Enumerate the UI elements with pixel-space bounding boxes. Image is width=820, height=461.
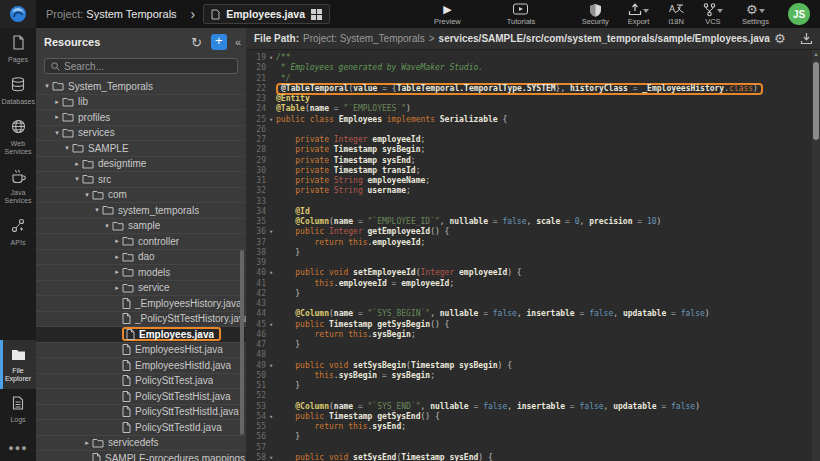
fold-arrow[interactable]: ▾ xyxy=(266,53,276,63)
tree-item-servicedefs[interactable]: ▸servicedefs xyxy=(36,436,246,452)
chevron-collapsed-icon[interactable]: ▸ xyxy=(52,113,62,121)
chevron-collapsed-icon[interactable]: ▸ xyxy=(82,439,92,447)
search-input[interactable]: Search... xyxy=(44,58,238,74)
chevron-expanded-icon[interactable]: ▾ xyxy=(62,144,72,152)
fold-arrow[interactable]: ▾ xyxy=(266,453,276,461)
grid-icon[interactable] xyxy=(311,9,322,20)
tree-item-sample-procedures-mappings-json[interactable]: SAMPLE-procedures.mappings.json xyxy=(36,451,246,461)
line-number: 34 xyxy=(246,207,266,217)
tree-item-dao[interactable]: ▸dao xyxy=(36,250,246,266)
tree-item-policystttestid-java[interactable]: PolicySttTestId.java xyxy=(36,420,246,436)
file-icon xyxy=(122,406,131,417)
fold-arrow[interactable]: ▾ xyxy=(266,115,276,125)
tree-item-controller[interactable]: ▸controller xyxy=(36,234,246,250)
tree-item-src[interactable]: ▾src xyxy=(36,172,246,188)
tree-item-policystttesthistid-java[interactable]: PolicySttTestHistId.java xyxy=(36,405,246,421)
editor-scrollbar-thumb[interactable] xyxy=(813,62,819,140)
tree-item-com[interactable]: ▾com xyxy=(36,188,246,204)
tutorials-button[interactable]: Tutorials xyxy=(507,3,535,26)
tree-item-models[interactable]: ▸models xyxy=(36,265,246,281)
fold-arrow[interactable]: ▾ xyxy=(266,361,276,371)
tree-item-system-temporals[interactable]: ▾system_temporals xyxy=(36,203,246,219)
tree-item-service[interactable]: ▸service xyxy=(36,281,246,297)
scroll-up-icon[interactable]: ▲ xyxy=(812,51,820,57)
fold-arrow[interactable]: ▾ xyxy=(266,227,276,237)
chevron-expanded-icon[interactable]: ▾ xyxy=(72,175,82,183)
chevron-expanded-icon[interactable]: ▾ xyxy=(102,222,112,230)
file-tab[interactable]: Employees.java xyxy=(203,4,330,24)
chevron-collapsed-icon[interactable]: ▸ xyxy=(112,253,122,261)
chevron-collapsed-icon[interactable]: ▸ xyxy=(112,237,122,245)
tree-item-sample[interactable]: ▾sample xyxy=(36,219,246,235)
add-resource-button[interactable]: + xyxy=(211,34,227,50)
line-number: 27 xyxy=(246,135,266,145)
fold-arrow[interactable]: ▾ xyxy=(266,268,276,278)
chevron-collapsed-icon[interactable]: ▸ xyxy=(112,284,122,292)
tree-item-label: PolicySttTestId.java xyxy=(135,422,222,433)
tree-item-designtime[interactable]: ▸designtime xyxy=(36,157,246,173)
chevron-expanded-icon[interactable]: ▾ xyxy=(92,206,102,214)
topbar-action-vcs[interactable]: VCS xyxy=(703,3,723,26)
gear-icon[interactable]: ⚙ xyxy=(774,32,786,46)
tree-item-employees-java[interactable]: Employees.java xyxy=(36,327,246,343)
tree-item-label: servicedefs xyxy=(108,437,159,448)
play-icon: ▶ xyxy=(443,3,451,16)
topbar-action-export[interactable]: Export xyxy=(628,3,650,26)
tree-item-label: src xyxy=(98,174,111,185)
refresh-icon[interactable]: ↻ xyxy=(191,36,202,49)
code-line: 30 private Timestamp transId; xyxy=(246,166,812,176)
chevron-expanded-icon[interactable]: ▾ xyxy=(42,82,52,90)
download-icon[interactable] xyxy=(800,32,813,45)
folder-icon xyxy=(122,283,134,293)
tree-item-services[interactable]: ▾services xyxy=(36,126,246,142)
line-number: 33 xyxy=(246,197,266,207)
topbar-action-i18n[interactable]: Ai18N xyxy=(668,3,683,26)
tree-item-system-temporals[interactable]: ▾System_Temporals xyxy=(36,79,246,95)
line-number: 20 xyxy=(246,63,266,73)
tree-item-sample[interactable]: ▾SAMPLE xyxy=(36,141,246,157)
line-number: 39 xyxy=(246,258,266,268)
line-number: 52 xyxy=(246,391,266,401)
tree-item-employeeshistid-java[interactable]: EmployeesHistId.java xyxy=(36,358,246,374)
tree-item-policystttesthistory-java[interactable]: _PolicySttTestHistory.java xyxy=(36,312,246,328)
rail-item-java-services[interactable]: Java Services xyxy=(0,162,36,211)
chevron-expanded-icon[interactable]: ▾ xyxy=(82,191,92,199)
collapse-panel-icon[interactable]: « xyxy=(235,36,241,48)
chevron-collapsed-icon[interactable]: ▸ xyxy=(112,268,122,276)
chevron-expanded-icon[interactable]: ▾ xyxy=(52,129,62,137)
preview-button[interactable]: ▶ Preview xyxy=(434,3,461,26)
tree-item-lib[interactable]: ▸lib xyxy=(36,95,246,111)
topbar-action-security[interactable]: Security xyxy=(582,3,609,26)
line-number: 32 xyxy=(246,186,266,196)
rail-item-logs[interactable]: Logs xyxy=(0,389,36,430)
tree-item-employeeshist-java[interactable]: EmployeesHist.java xyxy=(36,343,246,359)
user-avatar[interactable]: JS xyxy=(788,3,810,25)
rail-item-more[interactable]: ●●● xyxy=(0,430,36,461)
database-icon xyxy=(11,77,25,96)
fold-arrow[interactable]: ▾ xyxy=(266,320,276,330)
tree-item-policystttest-java[interactable]: PolicySttTest.java xyxy=(36,374,246,390)
wavemaker-logo[interactable] xyxy=(0,0,36,28)
export-icon xyxy=(628,3,642,16)
globe-icon xyxy=(11,119,26,138)
wavemaker-logo-icon xyxy=(9,5,27,23)
tree-item-employeeshistory-java[interactable]: _EmployeesHistory.java xyxy=(36,296,246,312)
code-editor[interactable]: 19▾/**20 * Employees generated by WaveMa… xyxy=(246,50,812,461)
tree-item-profiles[interactable]: ▸profiles xyxy=(36,110,246,126)
folder-icon xyxy=(112,221,124,231)
tree-item-policystttesthist-java[interactable]: PolicySttTestHist.java xyxy=(36,389,246,405)
code-line: 28 private Timestamp sysBegin; xyxy=(246,145,812,155)
fold-arrow[interactable]: ▾ xyxy=(266,412,276,422)
rail-item-databases[interactable]: Databases xyxy=(0,70,36,112)
rail-item-apis[interactable]: APIs xyxy=(0,211,36,253)
rail-item-web-services[interactable]: Web Services xyxy=(0,112,36,162)
tree-item-label: models xyxy=(138,267,170,278)
rail-item-file-explorer[interactable]: File Explorer xyxy=(0,340,36,389)
rail-item-pages[interactable]: Pages xyxy=(0,28,36,70)
topbar-action-settings[interactable]: ⚙Settings xyxy=(742,3,769,26)
tree-scrollbar[interactable] xyxy=(240,250,244,435)
chevron-collapsed-icon[interactable]: ▸ xyxy=(72,160,82,168)
selected-file-highlight: Employees.java xyxy=(122,327,221,341)
line-number: 36 xyxy=(246,227,266,237)
chevron-collapsed-icon[interactable]: ▸ xyxy=(52,98,62,106)
